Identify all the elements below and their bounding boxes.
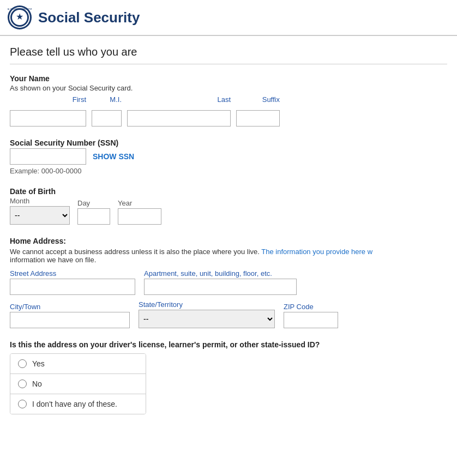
address-notice: We cannot accept a business address unle… [10, 248, 447, 264]
zip-field: ZIP Code [284, 303, 338, 328]
suffix-field: Suffix [236, 95, 280, 126]
radio-option-none[interactable]: I don't have any of these. [10, 394, 146, 414]
suffix-input[interactable] [236, 110, 280, 126]
apt-field: Apartment, suite, unit, building, floor,… [144, 269, 297, 295]
header: ★ SOCIAL SECURITY ADMINISTRATION Social … [0, 0, 457, 36]
city-field: City/Town [10, 303, 130, 328]
first-name-input[interactable] [10, 110, 86, 126]
ssn-input[interactable] [10, 148, 86, 165]
day-field: Day [77, 199, 110, 225]
your-name-section: Your Name As shown on your Social Securi… [10, 74, 447, 126]
suffix-label: Suffix [262, 95, 280, 104]
radio-yes[interactable] [18, 359, 27, 368]
main-content: Please tell us who you are Your Name As … [0, 36, 457, 432]
mi-field: M.I. [92, 95, 122, 126]
ssn-section: Social Security Number (SSN) SHOW SSN Ex… [10, 138, 447, 175]
radio-none-label: I don't have any of these. [32, 400, 117, 408]
radio-option-no[interactable]: No [10, 374, 146, 394]
page-heading: Please tell us who you are [10, 46, 447, 64]
month-label: Month [10, 197, 70, 205]
driver-license-section: Is this the address on your driver's lic… [10, 340, 447, 416]
home-address-title: Home Address: [10, 237, 447, 245]
ssn-example: Example: 000-00-0000 [10, 167, 447, 175]
driver-license-question: Is this the address on your driver's lic… [10, 340, 447, 349]
ssn-row: SHOW SSN [10, 148, 447, 165]
state-field: State/Territory -- Alabama Alaska Arizon… [139, 300, 275, 328]
driver-license-radio-group: Yes No I don't have any of these. [10, 353, 146, 414]
last-name-input[interactable] [127, 110, 231, 126]
zip-label: ZIP Code [284, 303, 338, 311]
day-label: Day [77, 199, 110, 207]
year-label: Year [118, 199, 161, 207]
month-field: Month -- January February March April Ma… [10, 197, 70, 225]
last-name-field: Last [127, 95, 231, 126]
address-notice-cont: information we have on file. [10, 256, 96, 264]
street-label: Street Address [10, 269, 135, 278]
state-select[interactable]: -- Alabama Alaska Arizona California Col… [139, 310, 275, 328]
first-name-label: First [73, 95, 86, 104]
header-title: Social Security [38, 9, 140, 26]
radio-no-label: No [32, 379, 42, 388]
dob-section: Date of Birth Month -- January February … [10, 187, 447, 225]
name-fields-row: First M.I. Last Suffix [10, 95, 447, 126]
svg-text:SOCIAL SECURITY ADMINISTRATION: SOCIAL SECURITY ADMINISTRATION [8, 8, 32, 10]
mi-input[interactable] [92, 110, 122, 126]
show-ssn-button[interactable]: SHOW SSN [93, 152, 134, 161]
mi-label: M.I. [110, 95, 122, 104]
svg-text:★: ★ [16, 12, 23, 21]
year-input[interactable] [118, 208, 161, 225]
radio-no[interactable] [18, 379, 27, 388]
city-label: City/Town [10, 303, 130, 311]
radio-option-yes[interactable]: Yes [10, 354, 146, 374]
dob-row: Month -- January February March April Ma… [10, 197, 447, 225]
radio-none[interactable] [18, 400, 27, 408]
dob-title: Date of Birth [10, 187, 447, 196]
state-label: State/Territory [139, 300, 275, 309]
address-notice-blue: The information you provide here w [261, 248, 372, 256]
street-field: Street Address [10, 269, 135, 295]
address-row1: Street Address Apartment, suite, unit, b… [10, 269, 447, 295]
radio-yes-label: Yes [32, 359, 45, 368]
apt-input[interactable] [144, 279, 297, 295]
last-name-label: Last [217, 95, 231, 104]
your-name-title: Your Name [10, 74, 447, 83]
your-name-subtitle: As shown on your Social Security card. [10, 84, 447, 92]
day-input[interactable] [77, 208, 110, 225]
apt-label: Apartment, suite, unit, building, floor,… [144, 269, 297, 278]
month-select[interactable]: -- January February March April May June… [10, 206, 70, 225]
city-input[interactable] [10, 312, 130, 328]
home-address-section: Home Address: We cannot accept a busines… [10, 237, 447, 328]
address-row2: City/Town State/Territory -- Alabama Ala… [10, 300, 447, 328]
street-input[interactable] [10, 279, 135, 295]
zip-input[interactable] [284, 312, 338, 328]
ssa-seal-logo: ★ SOCIAL SECURITY ADMINISTRATION [8, 5, 32, 29]
first-name-field: First [10, 95, 86, 126]
ssn-title: Social Security Number (SSN) [10, 138, 447, 147]
year-field: Year [118, 199, 161, 225]
